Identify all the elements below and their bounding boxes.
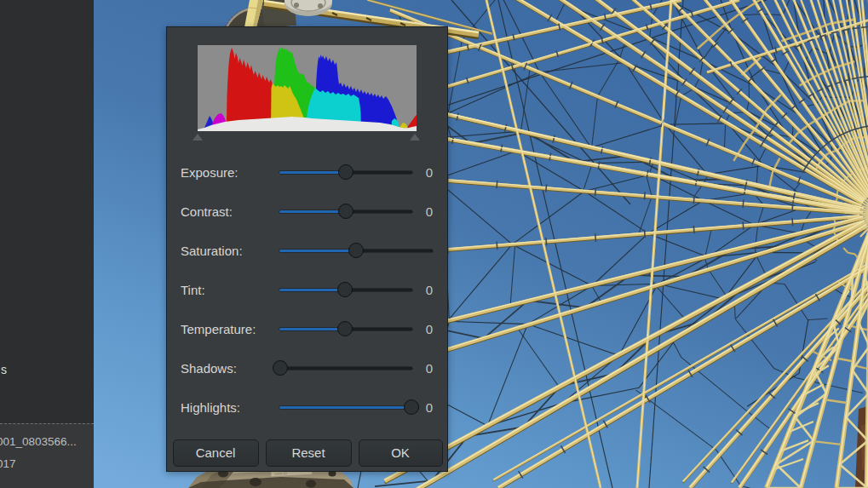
svg-text:1000-43: 1000-43 <box>274 471 288 476</box>
